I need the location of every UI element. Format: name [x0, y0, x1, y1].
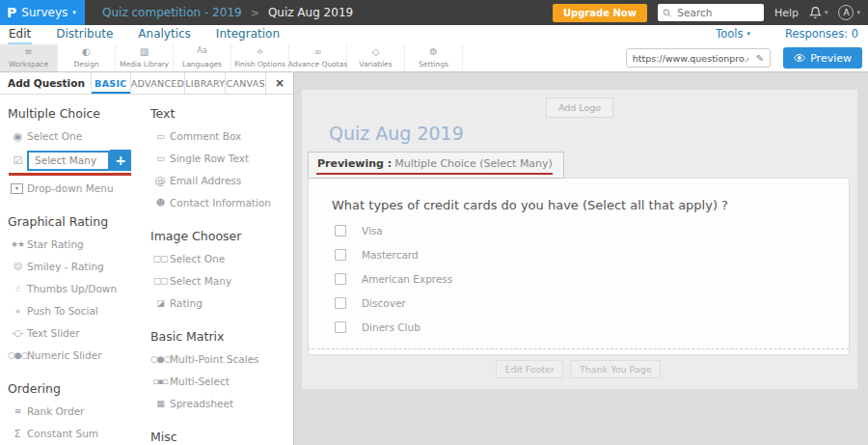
question-type-columns: Multiple Choice ◉ Select One	[0, 95, 293, 445]
answer-option[interactable]: Mastercard	[335, 248, 849, 261]
preview-button[interactable]: Preview	[783, 47, 862, 69]
question-panel-tab[interactable]: ADVANCED	[130, 72, 185, 94]
questionpro-logo: P	[7, 6, 16, 19]
answer-option-label: Diners Club	[362, 321, 420, 333]
multi-select-icon: ▫▪▫	[150, 377, 170, 386]
answer-option[interactable]: Discover	[335, 296, 849, 309]
question-card[interactable]: What types of credit cards do you have (…	[308, 178, 850, 355]
add-logo-button[interactable]: Add Logo	[546, 97, 613, 118]
toolbar-item[interactable]: ≡ Workspace	[0, 44, 58, 71]
question-type-item[interactable]: ☻ Contact Information	[150, 192, 285, 213]
toolbar-item[interactable]: ◇ Variables	[347, 44, 405, 71]
section-title: Graphical Rating	[8, 214, 150, 229]
notifications-menu[interactable]: ▾	[809, 6, 828, 19]
toolbar-item-label: Variables	[359, 60, 392, 69]
question-type-item[interactable]: ▭ Single Row Text	[150, 148, 285, 169]
question-panel-tab[interactable]: LIBRARY	[184, 72, 225, 94]
question-type-item[interactable]: ≡ Rank Order	[8, 401, 150, 422]
breadcrumb-survey-folder[interactable]: Quiz competition - 2019	[102, 6, 242, 19]
question-type-item[interactable]: ▢▢ Select One	[150, 248, 285, 269]
footer-button[interactable]: Edit Footer	[496, 360, 563, 378]
question-type-item[interactable]: ○●○ Multi-Point Scales	[150, 348, 285, 370]
edit-url-icon[interactable]: ✎	[750, 53, 770, 64]
toolbar-item[interactable]: ▨ Media Library	[116, 44, 174, 71]
tools-menu[interactable]: Tools ▾	[716, 27, 750, 41]
chevron-down-icon: ▾	[746, 30, 750, 38]
avatar: A	[838, 5, 854, 20]
toolbar-item[interactable]: ✧ Finish Options	[231, 44, 289, 71]
chevron-down-icon: ▾	[825, 9, 828, 16]
toolbar-item[interactable]: ◐ Design	[58, 44, 116, 71]
nav-tab[interactable]: Analytics	[137, 27, 192, 45]
media-library-icon: ▨	[140, 47, 149, 58]
question-type-item[interactable]: ◉ Select One	[8, 125, 150, 147]
question-type-item[interactable]: Σ Constant Sum	[8, 423, 150, 444]
answer-option-label: Mastercard	[362, 249, 419, 261]
question-type-item[interactable]: ☑ Select Many	[8, 150, 150, 171]
question-type-item[interactable]: ▫▪▫ Multi-Select	[150, 371, 285, 392]
question-type-item[interactable]: -○- Text Slider	[8, 322, 150, 344]
question-panel-tab[interactable]: BASIC	[91, 72, 130, 94]
topbar-right: Upgrade Now Help ▾ A ▾	[553, 4, 868, 22]
upgrade-now-button[interactable]: Upgrade Now	[553, 4, 647, 22]
question-type-item[interactable]: « Push To Social	[8, 300, 150, 321]
checkbox[interactable]	[335, 297, 346, 309]
image-select-many-icon: ▢▢	[150, 277, 170, 286]
question-type-column-1: Multiple Choice ◉ Select One	[8, 95, 150, 445]
surveys-menu-label: Surveys	[21, 6, 68, 19]
question-type-item[interactable]: ▭ Comment Box	[150, 125, 285, 147]
section-items: ★★ Star Rating ☺ Smiley - Rating	[8, 234, 150, 366]
answer-option[interactable]: Visa	[335, 224, 849, 236]
survey-url-box: ✎	[626, 48, 771, 68]
account-menu[interactable]: A ▾	[838, 5, 860, 20]
question-type-label: Email Address	[170, 175, 241, 186]
help-link[interactable]: Help	[774, 7, 799, 19]
question-type-item[interactable]: ▾ Drop-down Menu	[8, 178, 150, 199]
checkbox[interactable]	[335, 225, 346, 236]
close-icon[interactable]: ×	[265, 72, 293, 94]
content: Add Question BASICADVANCEDLIBRARYCANVAS …	[0, 72, 868, 445]
question-type-item[interactable]: ☺ Smiley - Rating	[8, 256, 150, 277]
survey-url-input[interactable]	[627, 53, 750, 64]
answer-option-label: Visa	[362, 225, 383, 236]
question-type-label: Drop-down Menu	[27, 182, 114, 194]
add-icon[interactable]	[110, 150, 131, 171]
question-type-item[interactable]: @ Email Address	[150, 170, 285, 191]
question-type-item[interactable]: ▢▢ Select Many	[150, 270, 285, 292]
responses-count[interactable]: Responses: 0	[785, 27, 858, 41]
question-panel-tab[interactable]: CANVAS	[225, 72, 264, 94]
section-title: Text	[150, 106, 285, 121]
toolbar-item[interactable]: ⚙ Settings	[405, 44, 463, 71]
toolbar-item[interactable]: Aa Languages	[174, 44, 231, 71]
answer-option[interactable]: American Express	[335, 272, 849, 285]
toolbar-item[interactable]: ∞ Advance Quotas	[289, 44, 347, 71]
previewing-question-type: Multiple Choice (Select Many)	[394, 157, 553, 170]
search-box[interactable]	[658, 4, 764, 21]
push-to-social-icon: «	[8, 307, 27, 316]
select-one-icon: ◉	[8, 131, 27, 142]
workspace-icon: ≡	[24, 47, 32, 58]
checkbox[interactable]	[335, 249, 346, 261]
question-type-item[interactable]: ☝ Thumbs Up/Down	[8, 278, 150, 299]
question-type-item[interactable]: ★★ Star Rating	[8, 234, 150, 255]
footer-button[interactable]: Thank You Page	[571, 360, 661, 378]
image-rating-icon: ◪	[150, 299, 170, 308]
question-type-label: Numeric Slider	[27, 349, 101, 361]
nav-tab[interactable]: Integration	[215, 27, 281, 45]
spreadsheet-icon: ▦	[150, 400, 170, 408]
question-type-item[interactable]: ○●○ Numeric Slider	[8, 345, 150, 366]
answer-option[interactable]: Diners Club	[335, 320, 849, 333]
question-text[interactable]: What types of credit cards do you have (…	[332, 198, 849, 212]
question-type-item[interactable]: ◪ Rating	[150, 292, 285, 314]
search-input[interactable]	[675, 6, 759, 19]
survey-title[interactable]: Quiz Aug 2019	[329, 123, 857, 144]
checkbox[interactable]	[335, 321, 346, 333]
question-type-label: Contact Information	[170, 197, 271, 209]
nav-tab[interactable]: Edit	[8, 27, 32, 45]
red-underline	[316, 173, 553, 176]
question-type-label: Text Slider	[27, 327, 80, 339]
question-type-item[interactable]: ▦ Spreadsheet	[150, 393, 285, 414]
nav-tab[interactable]: Distribute	[55, 27, 114, 45]
surveys-menu[interactable]: P Surveys ▾	[0, 0, 85, 25]
checkbox[interactable]	[335, 273, 346, 285]
